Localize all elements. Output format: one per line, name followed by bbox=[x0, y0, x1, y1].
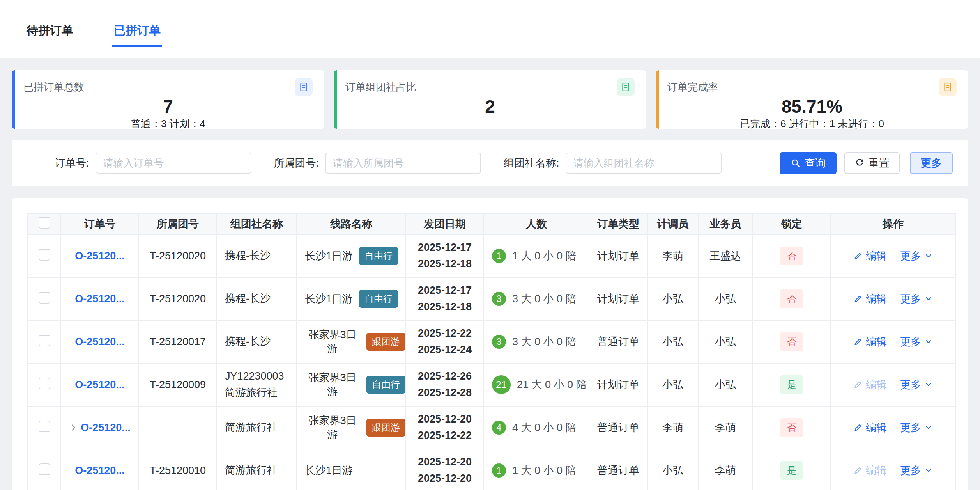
departure-date-cell: 2025-12-20 2025-12-20 bbox=[406, 449, 484, 490]
stat-card-value: 2 bbox=[345, 96, 635, 117]
order-type-cell: 计划订单 bbox=[589, 234, 647, 277]
planner-cell: 李萌 bbox=[647, 234, 698, 277]
people-count-bubble: 3 bbox=[492, 335, 506, 349]
more-filters-button[interactable]: 更多 bbox=[910, 152, 953, 174]
order-type-cell: 计划订单 bbox=[589, 277, 647, 320]
row-checkbox[interactable] bbox=[39, 292, 50, 304]
order-number-link[interactable]: O-25120... bbox=[75, 336, 125, 348]
edit-link[interactable]: 编辑 bbox=[853, 335, 887, 349]
more-actions-link[interactable]: 更多 bbox=[900, 463, 933, 478]
more-actions-link[interactable]: 更多 bbox=[900, 335, 933, 349]
filter-group-group-no: 所属团号: bbox=[274, 153, 481, 174]
edit-link[interactable]: 编辑 bbox=[853, 378, 887, 392]
edit-link[interactable]: 编辑 bbox=[853, 421, 887, 435]
stat-card-completion-rate: 订单完成率 85.71% 已完成：6 进行中：1 未进行：0 bbox=[656, 70, 968, 129]
row-checkbox[interactable] bbox=[39, 378, 50, 389]
departure-date-cell: 2025-12-20 2025-12-22 bbox=[406, 406, 484, 449]
search-button[interactable]: 查询 bbox=[780, 152, 837, 174]
lock-badge: 否 bbox=[780, 247, 803, 265]
route-tag: 自由行 bbox=[366, 376, 405, 394]
stat-card-value: 7 bbox=[23, 96, 313, 117]
more-actions-link[interactable]: 更多 bbox=[900, 292, 933, 306]
more-label: 更多 bbox=[900, 378, 921, 392]
more-label: 更多 bbox=[900, 335, 921, 349]
people-breakdown: 3 大 0 小 0 陪 bbox=[512, 292, 576, 306]
edit-pencil-icon bbox=[853, 423, 863, 432]
edit-label: 编辑 bbox=[866, 335, 887, 349]
salesperson-cell: 小弘 bbox=[698, 277, 753, 320]
more-actions-link[interactable]: 更多 bbox=[900, 421, 933, 435]
refresh-icon bbox=[854, 158, 865, 168]
stat-card-total-orders: 已拼订单总数 7 普通：3 计划：4 bbox=[12, 70, 324, 129]
order-number-link[interactable]: O-25120... bbox=[81, 422, 131, 434]
tab-pending-orders[interactable]: 待拼订单 bbox=[25, 23, 75, 47]
col-order-no: 订单号 bbox=[61, 213, 139, 234]
more-label: 更多 bbox=[900, 292, 921, 306]
date-end: 2025-12-24 bbox=[406, 342, 483, 358]
edit-link[interactable]: 编辑 bbox=[853, 292, 887, 306]
group-number-cell: T-25120010 bbox=[139, 449, 217, 490]
order-type-cell: 普通订单 bbox=[589, 320, 647, 363]
group-no-input[interactable] bbox=[325, 153, 481, 174]
more-label: 更多 bbox=[900, 249, 921, 263]
salesperson-cell: 李萌 bbox=[698, 449, 753, 490]
planner-cell: 小弘 bbox=[647, 449, 698, 490]
agency-name-input[interactable] bbox=[566, 153, 722, 174]
edit-link[interactable]: 编辑 bbox=[853, 463, 887, 478]
page-content: 已拼订单总数 7 普通：3 计划：4 订单组团社占比 2 订单完成率 bbox=[0, 58, 980, 490]
date-end: 2025-12-22 bbox=[406, 428, 483, 444]
edit-link[interactable]: 编辑 bbox=[853, 249, 887, 263]
expand-row-icon[interactable] bbox=[69, 423, 78, 432]
more-actions-link[interactable]: 更多 bbox=[900, 249, 933, 263]
chevron-down-icon bbox=[924, 423, 933, 432]
people-count-bubble: 4 bbox=[492, 421, 506, 435]
date-end: 2025-12-18 bbox=[406, 256, 483, 272]
document-icon bbox=[295, 78, 313, 96]
people-count-bubble: 3 bbox=[492, 292, 506, 306]
search-button-label: 查询 bbox=[805, 156, 826, 170]
date-end: 2025-12-28 bbox=[406, 385, 483, 401]
row-checkbox[interactable] bbox=[39, 249, 50, 261]
lock-badge: 是 bbox=[780, 461, 803, 480]
stat-card-title: 订单完成率 bbox=[667, 80, 718, 94]
date-start: 2025-12-20 bbox=[406, 454, 483, 470]
order-number-link[interactable]: O-25120... bbox=[75, 250, 125, 262]
more-actions-link[interactable]: 更多 bbox=[900, 378, 933, 392]
reset-button[interactable]: 重置 bbox=[844, 152, 900, 174]
stat-cards-row: 已拼订单总数 7 普通：3 计划：4 订单组团社占比 2 订单完成率 bbox=[12, 70, 968, 129]
people-breakdown: 1 大 0 小 0 陪 bbox=[512, 249, 576, 263]
edit-pencil-icon bbox=[853, 466, 863, 475]
stat-card-agency-ratio: 订单组团社占比 2 bbox=[334, 70, 646, 129]
table-header-row: 订单号 所属团号 组团社名称 线路名称 发团日期 人数 订单类型 计调员 业务员… bbox=[28, 213, 955, 234]
agency-name-cell: 携程-长沙 bbox=[217, 234, 297, 277]
card-accent-bar bbox=[12, 70, 15, 129]
people-count-cell: 4 4 大 0 小 0 陪 bbox=[484, 421, 589, 435]
col-order-type: 订单类型 bbox=[589, 213, 647, 234]
row-checkbox[interactable] bbox=[39, 421, 50, 432]
card-accent-bar bbox=[334, 70, 337, 129]
row-checkbox[interactable] bbox=[39, 335, 50, 346]
row-checkbox[interactable] bbox=[39, 463, 50, 475]
table-row: O-25120... 简游旅行社 张家界3日游 跟团游 2025-12-20 2… bbox=[28, 406, 955, 449]
table-body: O-25120... T-25120020 携程-长沙 长沙1日游 自由行 20… bbox=[28, 234, 955, 490]
col-salesperson: 业务员 bbox=[698, 213, 753, 234]
order-number-link[interactable]: O-25120... bbox=[75, 379, 125, 391]
tab-grouped-orders[interactable]: 已拼订单 bbox=[112, 23, 162, 47]
order-number-link[interactable]: O-25120... bbox=[75, 293, 125, 305]
date-start: 2025-12-17 bbox=[406, 240, 483, 256]
salesperson-cell: 小弘 bbox=[698, 320, 753, 363]
table-row: O-25120... T-25120017 携程-长沙 张家界3日游 跟团游 2… bbox=[28, 320, 955, 363]
col-actions: 操作 bbox=[831, 213, 955, 234]
order-number-link[interactable]: O-25120... bbox=[75, 465, 125, 477]
order-no-input[interactable] bbox=[96, 153, 251, 174]
people-count-bubble: 1 bbox=[492, 249, 506, 263]
select-all-checkbox[interactable] bbox=[39, 217, 50, 229]
col-route-name: 线路名称 bbox=[297, 213, 406, 234]
order-type-cell: 普通订单 bbox=[589, 449, 647, 490]
lock-badge: 否 bbox=[780, 418, 803, 437]
agency-name-cell: 携程-长沙 bbox=[217, 320, 297, 363]
people-breakdown: 4 大 0 小 0 陪 bbox=[512, 421, 576, 435]
group-number-cell bbox=[139, 406, 217, 449]
agency-name-cell: 简游旅行社 bbox=[217, 406, 297, 449]
people-count-bubble: 1 bbox=[492, 463, 506, 478]
